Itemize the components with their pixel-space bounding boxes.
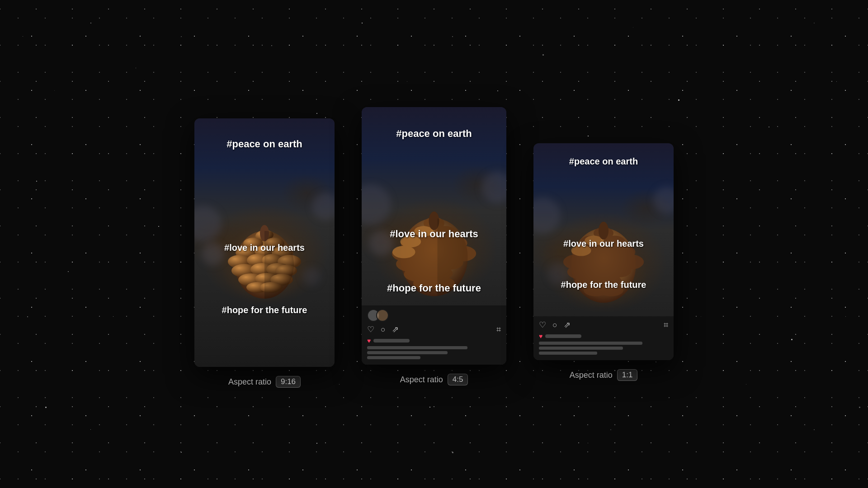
card-wrapper-9-16: #peace on earth #love in our hearts #hop… [194, 100, 335, 388]
bookmark-icon-3[interactable]: ⌗ [664, 320, 668, 330]
social-ui-1-1: ♡ ○ ⇗ ⌗ ♥ [533, 316, 674, 360]
pine-cone-image-3 [554, 208, 653, 308]
pine-cone-image [219, 213, 310, 303]
aspect-badge-9-16: 9:16 [276, 376, 301, 388]
heart-icon-3[interactable]: ♡ [539, 320, 546, 330]
text-bar-1 [367, 346, 467, 349]
card-9-16: #peace on earth #love in our hearts #hop… [194, 118, 335, 367]
text-bars-3 [539, 342, 668, 355]
text-love-2: #love in our hearts [362, 228, 506, 240]
icons-row: ♡ ○ ⇗ ⌗ [367, 324, 501, 334]
likes-row: ♥ [367, 337, 501, 344]
social-ui-4-5: ♡ ○ ⇗ ⌗ ♥ [362, 305, 506, 365]
aspect-ratio-text-2: Aspect ratio [400, 375, 443, 385]
aspect-badge-4-5: 4:5 [448, 374, 468, 385]
main-scene: #peace on earth #love in our hearts #hop… [0, 0, 868, 488]
card-wrapper-4-5: #peace on earth #love in our hearts #hop… [362, 103, 506, 385]
card-1-1: #peace on earth #love in our hearts #hop… [533, 143, 674, 360]
text-peace-3: #peace on earth [533, 156, 674, 167]
text-bar-2 [367, 351, 448, 354]
text-peace-2: #peace on earth [362, 128, 506, 140]
bookmark-icon[interactable]: ⌗ [496, 325, 501, 334]
text-love: #love in our hearts [194, 243, 335, 253]
aspect-badge-1-1: 1:1 [617, 369, 638, 381]
share-icon[interactable]: ⇗ [392, 324, 399, 334]
likes-count-bar-3 [545, 334, 581, 338]
svg-point-42 [392, 245, 415, 258]
text-love-3: #love in our hearts [533, 239, 674, 249]
text-bar-3-1 [539, 342, 642, 345]
card-wrapper-1-1: #peace on earth #love in our hearts #hop… [533, 107, 674, 381]
avatar-circles [367, 309, 385, 322]
svg-point-65 [599, 222, 609, 240]
text-bar-3-3 [539, 352, 597, 355]
text-peace: #peace on earth [194, 138, 335, 150]
text-bar-3 [367, 356, 420, 359]
text-hope: #hope for the future [194, 305, 335, 315]
liked-heart: ♥ [367, 337, 371, 344]
aspect-label-1-1: Aspect ratio 1:1 [570, 369, 638, 381]
comment-icon-3[interactable]: ○ [552, 320, 557, 330]
comment-icon[interactable]: ○ [381, 325, 386, 334]
text-hope-2: #hope for the future [362, 282, 506, 294]
likes-row-3: ♥ [539, 333, 668, 340]
text-hope-3: #hope for the future [533, 280, 674, 290]
icons-row-3: ♡ ○ ⇗ ⌗ [539, 320, 668, 330]
liked-heart-3: ♥ [539, 333, 542, 340]
share-icon-3[interactable]: ⇗ [564, 320, 571, 330]
text-bars [367, 346, 501, 359]
text-bar-3-2 [539, 347, 623, 350]
aspect-label-9-16: Aspect ratio 9:16 [228, 376, 301, 388]
avatar-2 [376, 309, 389, 322]
heart-icon[interactable]: ♡ [367, 324, 374, 334]
aspect-ratio-text-3: Aspect ratio [570, 371, 613, 380]
likes-count-bar [373, 339, 410, 343]
avatar-row [367, 309, 501, 322]
aspect-ratio-text: Aspect ratio [228, 377, 271, 387]
aspect-label-4-5: Aspect ratio 4:5 [400, 374, 468, 385]
card-4-5: #peace on earth #love in our hearts #hop… [362, 107, 506, 365]
